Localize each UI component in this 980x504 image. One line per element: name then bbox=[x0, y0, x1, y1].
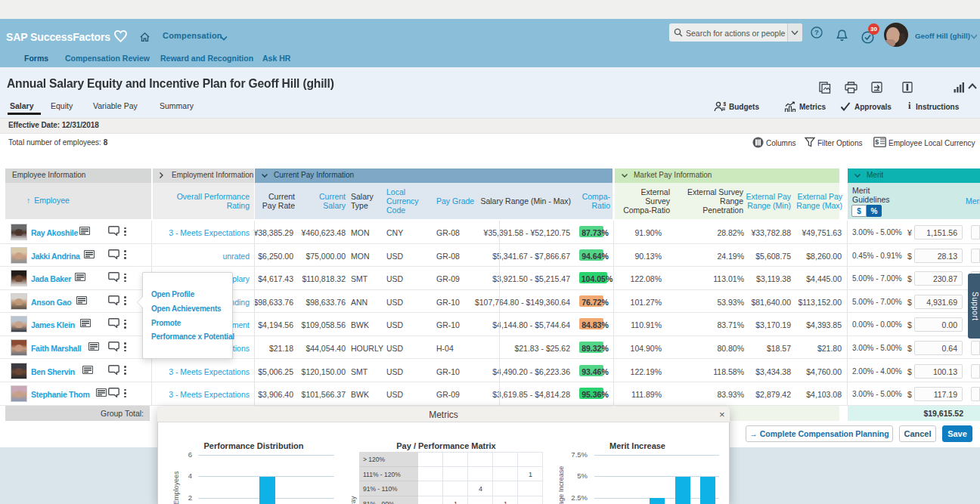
svg-text:?: ? bbox=[814, 28, 819, 36]
svg-text:$: $ bbox=[724, 101, 726, 107]
svg-text:$: $ bbox=[875, 138, 879, 146]
